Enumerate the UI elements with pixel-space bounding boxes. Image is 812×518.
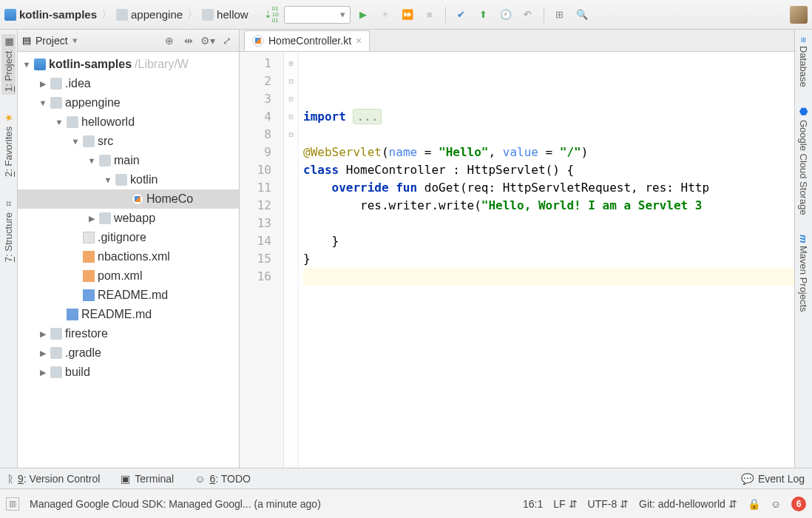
tool-icon: ᚱ xyxy=(7,473,13,485)
code-line[interactable]: } xyxy=(303,232,794,250)
tree-item[interactable]: ▼kotlin xyxy=(18,170,239,189)
tree-item[interactable]: .gitignore xyxy=(18,228,239,247)
tree-item[interactable]: ▶build xyxy=(18,363,239,382)
tree-twisty[interactable]: ▼ xyxy=(38,98,47,107)
collapse-icon[interactable]: ⇹ xyxy=(181,33,196,48)
line-separator[interactable]: LF ⇵ xyxy=(553,498,577,510)
tree-item[interactable]: ▼main xyxy=(18,151,239,170)
fold-toggle[interactable]: ⊞ xyxy=(284,55,298,73)
bottom-tool-button[interactable]: ▣Terminal xyxy=(121,473,174,485)
tree-twisty[interactable]: ▶ xyxy=(38,368,47,377)
avatar[interactable] xyxy=(790,6,808,24)
tree-twisty[interactable]: ▼ xyxy=(22,60,31,69)
code-line[interactable] xyxy=(303,215,794,232)
code-line[interactable]: class HomeController : HttpServlet() { xyxy=(303,161,794,179)
sdk-icon[interactable]: ▥ xyxy=(6,497,19,511)
tree-item[interactable]: pom.xml xyxy=(18,266,239,286)
tool-window-tab[interactable]: 1: Project▦ xyxy=(1,34,16,95)
tree-item-label: pom.xml xyxy=(98,269,142,283)
tree-item[interactable]: ▼kotlin-samples /Library/W xyxy=(18,55,239,74)
debug-button[interactable]: ☀ xyxy=(376,5,395,24)
tree-item-label: main xyxy=(114,154,140,167)
project-view-title[interactable]: Project xyxy=(35,35,68,47)
tree-item[interactable]: README.md xyxy=(18,286,239,305)
tool-window-tab[interactable]: ⬣Google Cloud Storage xyxy=(796,103,811,218)
tool-window-tab[interactable]: mMaven Projects xyxy=(796,232,811,315)
tool-window-tab[interactable]: 2: Favorites★ xyxy=(1,110,16,180)
tree-item[interactable]: nbactions.xml xyxy=(18,247,239,266)
tree-twisty[interactable]: ▶ xyxy=(38,79,47,89)
fold-toggle[interactable]: ⊟ xyxy=(284,90,298,108)
caret-position[interactable]: 16:1 xyxy=(523,498,543,510)
tree-item[interactable]: ▶.idea xyxy=(18,74,239,93)
code-line[interactable] xyxy=(303,268,794,286)
bottom-tool-button[interactable]: ☺6: TODO xyxy=(194,473,251,485)
tree-twisty[interactable]: ▶ xyxy=(87,214,96,223)
tree-item[interactable]: README.md xyxy=(18,305,239,324)
bottom-tool-button[interactable]: ᚱ9: Version Control xyxy=(7,473,100,485)
breadcrumb-item[interactable]: appengine xyxy=(116,8,183,21)
vcs-commit-icon[interactable]: ⬆ xyxy=(474,5,493,24)
tree-item-label: .gradle xyxy=(65,346,101,360)
tree-twisty[interactable]: ▶ xyxy=(38,349,47,358)
gear-icon[interactable]: ⚙▾ xyxy=(200,33,215,48)
code-line[interactable]: } xyxy=(303,250,794,268)
notifications-badge[interactable]: 6 xyxy=(791,497,806,511)
code-line[interactable] xyxy=(303,73,794,90)
tool-tab-icon: ≡ xyxy=(798,37,809,43)
code-line[interactable]: override fun doGet(req: HttpServletReque… xyxy=(303,179,794,197)
tree-twisty[interactable]: ▼ xyxy=(104,175,112,184)
vcs-update-icon[interactable]: ✔ xyxy=(452,5,471,24)
vcs-history-icon[interactable]: 🕘 xyxy=(496,5,515,24)
tree-item[interactable]: ▶firestore xyxy=(18,324,239,343)
file-encoding[interactable]: UTF-8 ⇵ xyxy=(588,498,629,510)
fold-toggle[interactable]: ⊟ xyxy=(284,73,298,90)
undo-icon[interactable]: ↶ xyxy=(518,5,538,24)
git-branch[interactable]: Git: add-helloworld ⇵ xyxy=(639,498,737,510)
code-line[interactable] xyxy=(303,126,794,144)
run-button[interactable]: ▶ xyxy=(353,5,373,24)
inspector-icon[interactable]: ☺ xyxy=(771,498,781,510)
code-line[interactable]: @WebServlet(name = "Hello", value = "/") xyxy=(303,144,794,161)
tree-item[interactable]: ▶.gradle xyxy=(18,343,239,363)
sync-icon[interactable]: ⇣011001 xyxy=(262,5,281,24)
tree-item[interactable]: HomeCo xyxy=(18,189,239,209)
hide-icon[interactable]: ⤢ xyxy=(220,33,234,48)
chevron-down-icon[interactable]: ▾ xyxy=(72,35,78,46)
code-line[interactable] xyxy=(303,55,794,73)
stop-button[interactable]: ■ xyxy=(420,5,439,24)
coverage-button[interactable]: ⏩ xyxy=(398,5,417,24)
tool-window-tab[interactable]: ≡Database xyxy=(796,34,811,90)
fold-toggle[interactable]: ⊟ xyxy=(284,108,298,126)
tool-tab-label: Google Cloud Storage xyxy=(798,120,809,215)
code-content[interactable]: import ... @WebServlet(name = "Hello", v… xyxy=(299,52,794,468)
event-log-button[interactable]: 💬 Event Log xyxy=(741,473,805,485)
search-icon[interactable]: 🔍 xyxy=(572,5,592,24)
code-editor[interactable]: 12348910111213141516 ⊞⊟⊟⊟⊟ import ... @W… xyxy=(240,52,794,468)
tree-twisty[interactable]: ▼ xyxy=(55,118,64,127)
fold-toggle[interactable]: ⊟ xyxy=(284,126,298,144)
tree-item-label: appengine xyxy=(65,96,121,110)
tree-twisty[interactable]: ▼ xyxy=(71,137,80,146)
structure-icon[interactable]: ⊞ xyxy=(550,5,569,24)
fold-gutter[interactable]: ⊞⊟⊟⊟⊟ xyxy=(284,52,299,468)
tool-tab-icon: ⬣ xyxy=(798,106,809,117)
code-line[interactable] xyxy=(303,90,794,108)
code-line[interactable]: import ... xyxy=(303,108,794,126)
tree-item[interactable]: ▼appengine xyxy=(18,93,239,112)
tree-twisty[interactable]: ▶ xyxy=(38,329,47,339)
target-icon[interactable]: ⊕ xyxy=(162,33,177,48)
tool-window-tab[interactable]: 7: Structure⌗ xyxy=(1,195,16,265)
code-line[interactable]: res.writer.write("Hello, World! I am a S… xyxy=(303,197,794,215)
project-tree[interactable]: ▼kotlin-samples /Library/W▶.idea▼appengi… xyxy=(18,52,239,468)
tree-twisty[interactable]: ▼ xyxy=(87,156,96,165)
editor-tab[interactable]: HomeController.kt × xyxy=(244,30,370,51)
tree-item[interactable]: ▶webapp xyxy=(18,209,239,228)
close-icon[interactable]: × xyxy=(356,35,362,47)
lock-icon[interactable]: 🔒 xyxy=(748,498,760,510)
breadcrumb-item[interactable]: hellow xyxy=(202,8,248,21)
tree-item[interactable]: ▼helloworld xyxy=(18,112,239,132)
tree-item[interactable]: ▼src xyxy=(18,132,239,151)
run-config-select[interactable]: ▾ xyxy=(284,6,351,24)
breadcrumb-item[interactable]: kotlin-samples xyxy=(4,8,97,21)
